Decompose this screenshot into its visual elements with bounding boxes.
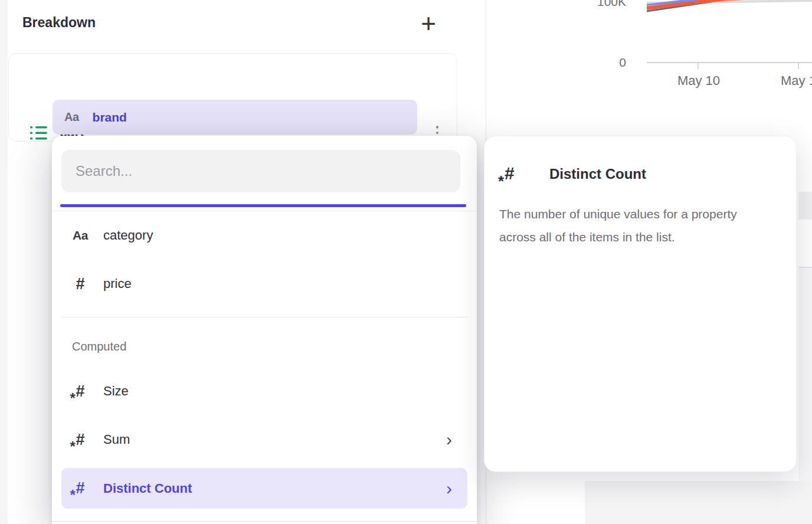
option-price[interactable]: # price — [52, 260, 477, 308]
x-tick-label-may10: May 10 — [669, 73, 728, 89]
option-category[interactable]: Aa category — [52, 211, 477, 260]
chevron-right-icon: › — [446, 431, 452, 448]
option-label: Sum — [103, 432, 130, 447]
page: 100K 0 May 10 May 1 Breakdown + — [0, 0, 812, 524]
breakdown-title: Breakdown — [22, 15, 96, 31]
kebab-icon — [436, 126, 439, 129]
search-input[interactable] — [61, 150, 460, 192]
computed-number-icon: # * — [76, 432, 84, 448]
computed-number-icon: # * — [76, 384, 84, 399]
option-sum[interactable]: # * Sum › — [52, 415, 477, 464]
option-size[interactable]: # * Size — [52, 367, 477, 415]
option-label: category — [103, 228, 153, 243]
add-breakdown-button[interactable]: + — [414, 9, 443, 38]
x-tick-label-may1x: May 1 — [781, 73, 812, 89]
option-label: price — [103, 276, 132, 292]
computed-number-icon: # * — [505, 165, 515, 182]
computed-number-icon: # * — [76, 480, 84, 496]
scrolled-selected-option-edge[interactable] — [60, 204, 466, 207]
chevron-right-icon: › — [446, 480, 452, 497]
section-label-computed: Computed — [72, 340, 126, 353]
option-label: Size — [103, 384, 129, 399]
selected-property-label: brand — [93, 110, 127, 125]
tooltip-description: The number of unique values for a proper… — [499, 202, 775, 248]
axis-tick — [798, 63, 799, 69]
option-label: Distinct Count — [103, 481, 192, 496]
tooltip-card: # * Distinct Count The number of unique … — [484, 136, 797, 472]
list-type-icon — [30, 125, 48, 143]
plus-icon: + — [421, 9, 436, 38]
option-distinct-count[interactable]: # * Distinct Count › — [61, 468, 467, 509]
tooltip-title: Distinct Count — [549, 166, 646, 182]
x-axis-line — [647, 62, 812, 63]
search-box — [61, 150, 460, 192]
text-type-icon: Aa — [70, 228, 91, 243]
section-divider — [61, 317, 467, 317]
line-chart-series — [647, 0, 812, 17]
selected-property-chip[interactable]: Aa brand — [53, 100, 417, 135]
breakdown-card: cart Aa brand — [8, 53, 457, 142]
page-gutter — [0, 0, 8, 524]
background-panel-fragment — [585, 481, 812, 524]
bottom-section-divider — [52, 521, 477, 522]
property-dropdown: Aa category # price Computed # * Size # … — [52, 136, 477, 524]
y-axis-label-100k: 100K — [590, 0, 626, 9]
axis-tick — [698, 63, 699, 69]
number-type-icon: # — [70, 276, 91, 292]
y-axis-label-0: 0 — [590, 55, 626, 70]
text-type-icon: Aa — [64, 110, 79, 124]
background-row-fragment — [798, 192, 812, 220]
